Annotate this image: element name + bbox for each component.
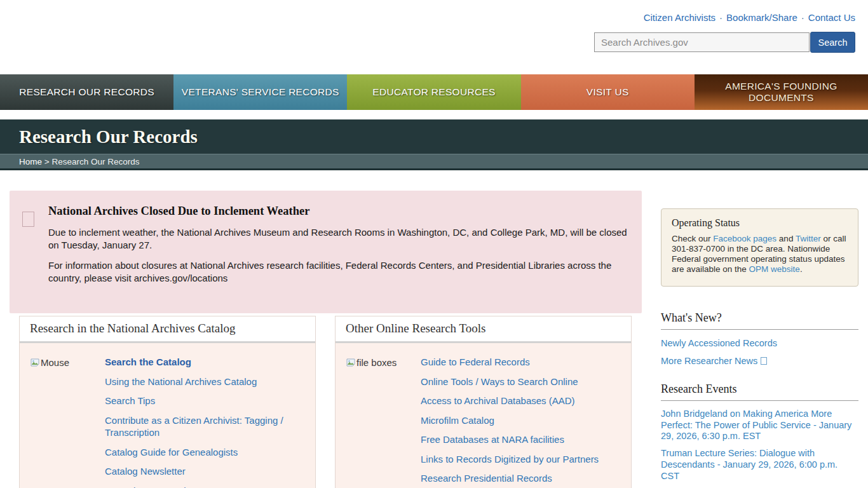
- link-record-group-explorer[interactable]: Record Group Explorer: [105, 485, 306, 488]
- nav-educator-resources[interactable]: EDUCATOR RESOURCES: [347, 74, 520, 110]
- op-text-segment: Check our: [672, 234, 713, 243]
- closure-alert: National Archives Closed Due to Inclemen…: [10, 191, 642, 313]
- nav-veterans-service-records[interactable]: VETERANS' SERVICE RECORDS: [173, 74, 347, 110]
- op-text-segment: .: [800, 264, 803, 274]
- tools-panel: Other Online Research Tools file boxes G…: [335, 316, 632, 488]
- link-using-catalog[interactable]: Using the National Archives Catalog: [105, 376, 306, 388]
- link-catalog-newsletter[interactable]: Catalog Newsletter: [105, 465, 306, 478]
- link-twitter[interactable]: Twitter: [796, 234, 821, 243]
- broken-image-icon: [346, 358, 356, 368]
- catalog-panel: Research in the National Archives Catalo…: [19, 316, 316, 488]
- section-divider: [661, 329, 858, 330]
- link-label: More Researcher News: [661, 356, 757, 366]
- nav-research-our-records[interactable]: RESEARCH OUR RECORDS: [0, 74, 173, 110]
- search-button[interactable]: Search: [810, 32, 855, 53]
- breadcrumb: Home > Research Our Records: [0, 154, 868, 170]
- utility-separator: ·: [719, 12, 722, 23]
- nav-label: RESEARCH OUR RECORDS: [19, 86, 154, 98]
- link-facebook-pages[interactable]: Facebook pages: [713, 234, 776, 243]
- nav-visit-us[interactable]: VISIT US: [521, 74, 695, 110]
- link-partner-digitized-records[interactable]: Links to Records Digitized by our Partne…: [421, 453, 622, 466]
- link-newly-accessioned-records[interactable]: Newly Accessioned Records: [661, 338, 858, 348]
- link-research-presidential-records[interactable]: Research Presidential Records: [421, 472, 622, 485]
- research-events-heading: Research Events: [661, 383, 858, 396]
- event-link-bridgeland[interactable]: John Bridgeland on Making America More P…: [661, 409, 858, 442]
- tools-links: Guide to Federal Records Online Tools / …: [421, 356, 622, 488]
- catalog-links: Search the Catalog Using the National Ar…: [105, 356, 306, 488]
- alert-title: National Archives Closed Due to Inclemen…: [48, 205, 629, 218]
- nav-label: AMERICA'S FOUNDING DOCUMENTS: [714, 81, 848, 104]
- nav-label: VISIT US: [587, 86, 629, 98]
- link-free-databases[interactable]: Free Databases at NARA facilities: [421, 433, 622, 446]
- alert-paragraph: For information about closures at Nation…: [48, 259, 629, 285]
- link-opm-website[interactable]: OPM website: [749, 264, 800, 274]
- op-text-segment: and: [776, 234, 796, 243]
- breadcrumb-separator: >: [42, 157, 51, 166]
- link-contact-us[interactable]: Contact Us: [808, 12, 855, 23]
- link-aad[interactable]: Access to Archival Databases (AAD): [421, 395, 622, 407]
- link-guide-federal-records[interactable]: Guide to Federal Records: [421, 356, 622, 369]
- search-input[interactable]: [594, 32, 810, 52]
- link-catalog-genealogists[interactable]: Catalog Guide for Genealogists: [105, 446, 306, 459]
- sidebar: Operating Status Check our Facebook page…: [661, 208, 858, 488]
- link-microfilm-catalog[interactable]: Microfilm Catalog: [421, 414, 622, 427]
- link-bookmark-share[interactable]: Bookmark/Share: [726, 12, 797, 23]
- whats-new-heading: What's New?: [661, 311, 858, 325]
- link-online-tools[interactable]: Online Tools / Ways to Search Online: [421, 376, 622, 388]
- event-link-truman-lecture[interactable]: Truman Lecture Series: Dialogue with Des…: [661, 448, 858, 482]
- link-search-tips[interactable]: Search Tips: [105, 395, 306, 407]
- alert-paragraph: Due to inclement weather, the National A…: [48, 226, 629, 252]
- section-divider: [661, 400, 858, 401]
- nav-americas-founding-documents[interactable]: AMERICA'S FOUNDING DOCUMENTS: [695, 74, 868, 110]
- whats-new-section: What's New? Newly Accessioned Records Mo…: [661, 311, 858, 366]
- site-header: Citizen Archivists·Bookmark/Share·Contac…: [0, 0, 868, 74]
- image-alt-text: Mouse: [41, 357, 69, 368]
- link-citizen-archivists[interactable]: Citizen Archivists: [644, 12, 715, 23]
- broken-image-icon: [30, 358, 40, 368]
- tools-panel-title: Other Online Research Tools: [336, 316, 631, 343]
- link-more-researcher-news[interactable]: More Researcher News: [661, 356, 858, 366]
- breadcrumb-home-link[interactable]: Home: [19, 157, 42, 166]
- link-search-the-catalog[interactable]: Search the Catalog: [105, 356, 306, 369]
- nav-label: VETERANS' SERVICE RECORDS: [182, 86, 339, 98]
- missing-image-placeholder: [22, 212, 34, 227]
- main-nav: RESEARCH OUR RECORDS VETERANS' SERVICE R…: [0, 74, 868, 110]
- site-search: Search: [594, 32, 855, 53]
- breadcrumb-current: Research Our Records: [51, 157, 139, 166]
- utility-separator: ·: [801, 12, 804, 23]
- missing-glyph-icon: [761, 357, 767, 365]
- utility-links: Citizen Archivists·Bookmark/Share·Contac…: [644, 12, 855, 23]
- nav-label: EDUCATOR RESOURCES: [372, 86, 495, 98]
- page-banner: Research Our Records: [0, 119, 868, 154]
- research-events-section: Research Events John Bridgeland on Makin…: [661, 383, 858, 488]
- image-alt-text: file boxes: [356, 357, 397, 368]
- broken-image-mouse: Mouse: [30, 357, 69, 368]
- operating-status-text: Check our Facebook pages and Twitter or …: [672, 234, 848, 274]
- catalog-panel-title: Research in the National Archives Catalo…: [20, 316, 315, 343]
- page-title: Research Our Records: [19, 126, 198, 147]
- operating-status-box: Operating Status Check our Facebook page…: [661, 208, 858, 287]
- link-citizen-archivist-contribute[interactable]: Contribute as a Citizen Archivist: Taggi…: [105, 414, 306, 439]
- operating-status-title: Operating Status: [672, 217, 848, 229]
- broken-image-file-boxes: file boxes: [346, 357, 397, 368]
